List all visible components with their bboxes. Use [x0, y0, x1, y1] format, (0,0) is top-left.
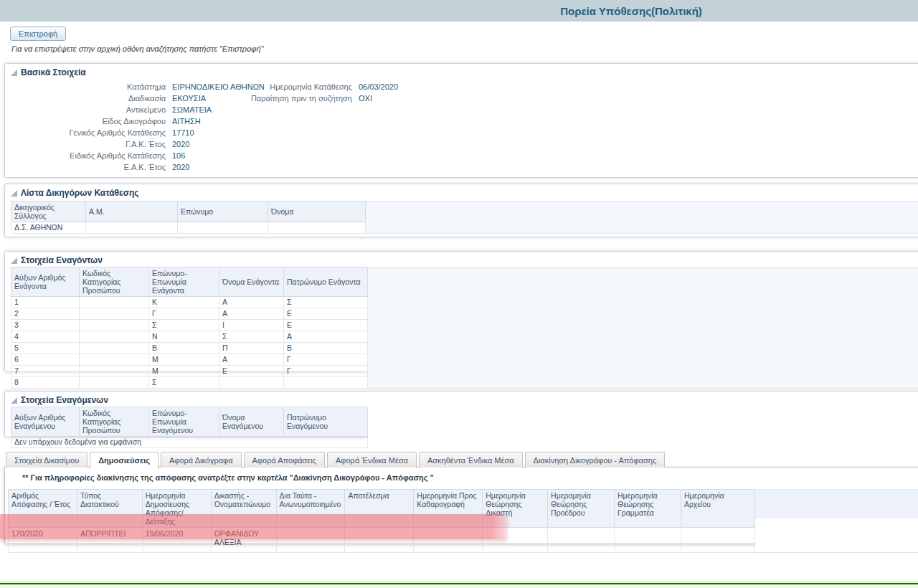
table-header-row: Αύξων Αριθμός Ενάγοντα Κωδικός Κατηγορία… [11, 267, 368, 297]
table-row[interactable]: 2ΓΑΕ [11, 308, 368, 320]
defendants-panel: Στοιχεία Εναγόμενων Αύξων Αριθμός Εναγόμ… [4, 391, 918, 437]
field-label: Διαδικασία [15, 93, 172, 104]
table-cell: 4 [11, 331, 80, 343]
field-value: ΣΩΜΑΤΕΙΑ [172, 104, 212, 115]
table-row[interactable]: 3ΣΙΕ [11, 320, 368, 331]
table-cell [80, 377, 149, 389]
basic-info-right-fields: Ημερομηνία Κατάθεσης06/03/2020 Παραίτηση… [243, 81, 398, 104]
tab-afora-dikografa[interactable]: Αφορά Δικόγραφα [161, 452, 242, 468]
table-cell [80, 343, 149, 354]
table-cell [276, 528, 345, 553]
table-cell: Κ [149, 297, 219, 308]
lawyers-panel: Λίστα Δικηγόρων Κατάθεσης Δικηγορικός Σύ… [4, 184, 918, 237]
table-row[interactable]: Δ.Σ. ΑΘΗΝΩΝ [11, 222, 366, 234]
column-header: Όνομα Εναγόμενου [219, 407, 284, 437]
table-cell: Β [284, 343, 368, 354]
page: Πορεία Υπόθεσης(Πολιτική) Επιστροφή Για … [0, 0, 918, 588]
tab-dimosieuseis[interactable]: Δημοσιεύσεις [90, 452, 158, 469]
column-header: Αύξων Αριθμός Ενάγοντα [11, 267, 80, 297]
table-row[interactable]: 5ΒΠΒ [11, 343, 368, 354]
table-cell: Δ.Σ. ΑΘΗΝΩΝ [11, 222, 86, 234]
plaintiffs-table: Αύξων Αριθμός Ενάγοντα Κωδικός Κατηγορία… [11, 267, 368, 389]
tab-afora-apofaseis[interactable]: Αφορά Αποφάσεις [244, 452, 325, 468]
page-title: Πορεία Υπόθεσης(Πολιτική) [560, 5, 702, 17]
column-header: Δικαστής - Ονοματεπώνυμο [211, 490, 276, 528]
field-label: Κατάστημα [15, 81, 172, 93]
column-header: Δια Ταύτα - Ανωνυμοποιημένο [276, 490, 345, 528]
table-cell [548, 528, 615, 553]
column-header: Ημερομηνία Αρχείου [681, 490, 754, 528]
field-value: 17710 [172, 127, 194, 138]
defendants-table: Αύξων Αριθμός Εναγόμενου Κωδικός Κατηγορ… [11, 407, 368, 448]
table-cell: 19/06/2020 [142, 528, 211, 553]
tab-stoixeia-dikasimou[interactable]: Στοιχεία Δικασίμου [6, 452, 87, 468]
table-cell: Α [284, 331, 368, 343]
table-header-row: Αριθμός Απόφασης / Έτος Τύπος Διατακτικο… [9, 490, 755, 528]
table-cell [414, 528, 483, 553]
column-header: Αποτέλεσμα [345, 490, 414, 528]
field-label: Γ.Α.Κ. Έτος [15, 138, 172, 150]
table-cell: 5 [11, 343, 80, 354]
disclosure-triangle-icon[interactable] [11, 257, 17, 264]
table-filler [366, 201, 918, 234]
table-cell [80, 297, 149, 308]
tab-bar: Στοιχεία Δικασίμου Δημοσιεύσεις Αφορά Δι… [6, 452, 665, 468]
table-row[interactable]: 8Σ [11, 377, 368, 389]
table-cell: 6 [11, 354, 80, 366]
table-cell: Α [219, 297, 284, 308]
table-filler [755, 489, 918, 553]
table-cell [178, 222, 268, 234]
column-header: Επώνυμο [178, 201, 268, 222]
column-header: Ημερομηνία Δημοσίευσης Απόφασης/Διάταξης [142, 490, 211, 528]
field-label: Αντικείμενο [15, 104, 172, 115]
disclosure-triangle-icon[interactable] [11, 397, 17, 404]
tab-afora-endika-mesa[interactable]: Αφορά Ένδικα Μέσα [327, 452, 417, 468]
table-cell: Ε [284, 320, 368, 331]
column-header: Ημερομηνία Θεώρησης Γραμματέα [615, 490, 681, 528]
table-cell: 2 [11, 308, 80, 320]
tab-diakinisi-dikografou-apofasis[interactable]: Διακίνηση Δικογράφου - Απόφασης [525, 452, 666, 468]
tab-askithenta-endika-mesa[interactable]: Ασκηθέντα Ένδικα Μέσα [419, 452, 523, 468]
column-header: Α.Μ. [86, 201, 178, 222]
column-header: Ημερομηνία Προς Καθαρογραφή [414, 490, 483, 528]
disclosure-triangle-icon[interactable] [11, 70, 17, 76]
column-header: Επώνυμο-Επωνυμία Εναγόμενου [149, 407, 219, 437]
column-header: Τύπος Διατακτικού [77, 490, 142, 528]
table-row[interactable]: 170/2020 ΑΠΟΡΡΙΠΤΕΙ 19/06/2020 ΟΡΦΑΝΙΔΟΥ… [9, 528, 755, 553]
instruction-text: Για να επιστρέψετε στην αρχική οθόνη ανα… [11, 44, 263, 53]
table-cell: 3 [11, 320, 80, 331]
table-row[interactable]: 1ΚΑΣ [11, 297, 368, 308]
field-label: Ημερομηνία Κατάθεσης [243, 81, 359, 93]
field-value: ΟΧΙ [359, 93, 372, 104]
section-title: Στοιχεία Εναγόντων [21, 255, 103, 265]
table-cell: 170/2020 [9, 528, 77, 553]
column-header: Πατρώνυμο Εναγόμενου [284, 407, 368, 437]
table-cell: Γ [149, 308, 219, 320]
field-value: ΕΚΟΥΣΙΑ [172, 93, 206, 104]
table-cell: Σ [219, 331, 284, 343]
table-cell: Μ [149, 366, 219, 377]
field-value: 2020 [172, 161, 189, 173]
column-header: Κωδικός Κατηγορίας Προσώπου [80, 267, 149, 297]
lawyers-table: Δικηγορικός Σύλλογος Α.Μ. Επώνυμο Όνομα … [11, 201, 366, 234]
field-value: ΑΙΤΗΣΗ [172, 115, 201, 127]
table-cell [284, 377, 368, 389]
table-cell: 7 [11, 366, 80, 377]
table-filler [368, 407, 918, 448]
table-cell: ΟΡΦΑΝΙΔΟΥ ΑΛΕΞΙΑ [211, 528, 276, 553]
table-cell: Γ [284, 354, 368, 366]
table-cell [219, 377, 284, 389]
window-title-bar: Πορεία Υπόθεσης(Πολιτική) [0, 0, 918, 22]
field-label: Ειδικός Αριθμός Κατάθεσης [15, 150, 172, 161]
table-row[interactable]: 6ΜΑΓ [11, 354, 368, 366]
table-row[interactable]: 4ΝΣΑ [11, 331, 368, 343]
table-row[interactable]: 7ΜΕΓ [11, 366, 368, 377]
table-cell: Π [219, 343, 284, 354]
table-header-row: Δικηγορικός Σύλλογος Α.Μ. Επώνυμο Όνομα [11, 201, 366, 222]
table-cell: Σ [149, 377, 219, 389]
field-label: Είδος Δικογράφου [15, 115, 172, 127]
disclosure-triangle-icon[interactable] [11, 190, 17, 196]
field-label: Παραίτηση πριν τη συζήτηση [243, 93, 359, 104]
back-button[interactable]: Επιστροφή [10, 27, 66, 41]
table-row: Δεν υπάρχουν δεδομένα για εμφάνιση [11, 437, 368, 448]
